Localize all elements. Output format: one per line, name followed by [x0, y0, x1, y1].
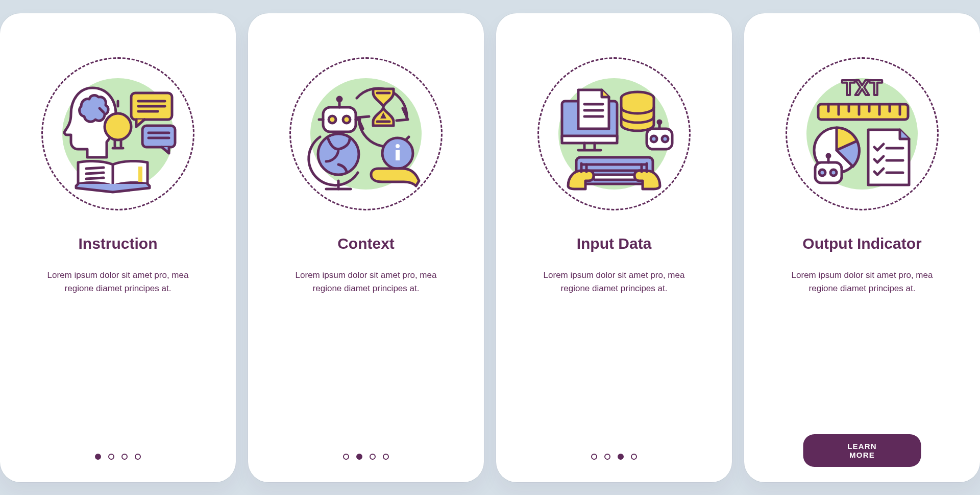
illustration: [289, 57, 443, 210]
dot[interactable]: [343, 454, 349, 460]
card-title: Context: [337, 235, 395, 252]
card-title: Instruction: [79, 235, 158, 252]
svg-text:TXT: TXT: [842, 76, 883, 100]
dot[interactable]: [604, 454, 610, 460]
svg-point-42: [662, 136, 668, 142]
dot[interactable]: [108, 454, 114, 460]
svg-rect-32: [562, 136, 617, 143]
svg-point-22: [329, 116, 336, 123]
svg-line-9: [86, 173, 104, 174]
pagination-dots: [248, 454, 484, 460]
svg-point-0: [105, 113, 131, 140]
card-description: Lorem ipsum dolor sit amet pro, mea regi…: [535, 269, 693, 296]
svg-line-10: [86, 178, 104, 179]
onboarding-card: Input Data Lorem ipsum dolor sit amet pr…: [496, 13, 732, 482]
svg-point-44: [658, 121, 661, 124]
card-description: Lorem ipsum dolor sit amet pro, mea regi…: [287, 269, 445, 296]
svg-point-41: [651, 136, 657, 142]
onboarding-carousel: Instruction Lorem ipsum dolor sit amet p…: [0, 0, 980, 495]
svg-line-8: [86, 168, 104, 169]
svg-rect-15: [142, 126, 175, 147]
onboarding-card: TXT: [744, 13, 980, 482]
learn-more-button[interactable]: LEARN MORE: [803, 434, 921, 467]
svg-rect-30: [396, 150, 400, 160]
illustration: TXT: [786, 57, 939, 210]
dot[interactable]: [383, 454, 389, 460]
svg-point-62: [830, 170, 837, 176]
instruction-icon: [41, 57, 194, 210]
svg-point-29: [396, 144, 400, 148]
card-description: Lorem ipsum dolor sit amet pro, mea regi…: [783, 269, 941, 296]
svg-rect-7: [138, 167, 142, 182]
dot[interactable]: [121, 454, 128, 460]
dot[interactable]: [356, 454, 362, 460]
output-indicator-icon: TXT: [786, 57, 939, 210]
svg-rect-50: [818, 104, 908, 120]
dot[interactable]: [618, 454, 624, 460]
dot[interactable]: [135, 454, 141, 460]
svg-point-25: [337, 97, 341, 101]
pagination-dots: [0, 454, 236, 460]
input-data-icon: [537, 57, 691, 210]
dot[interactable]: [631, 454, 637, 460]
svg-point-23: [343, 116, 350, 123]
dot[interactable]: [591, 454, 597, 460]
dot[interactable]: [95, 454, 101, 460]
svg-point-64: [827, 154, 830, 157]
card-title: Output Indicator: [802, 235, 921, 252]
pagination-dots: [496, 454, 732, 460]
svg-rect-48: [594, 175, 635, 180]
context-icon: [289, 57, 443, 210]
card-description: Lorem ipsum dolor sit amet pro, mea regi…: [39, 269, 197, 296]
dot[interactable]: [370, 454, 376, 460]
illustration: [537, 57, 691, 210]
onboarding-card: Context Lorem ipsum dolor sit amet pro, …: [248, 13, 484, 482]
illustration: [41, 57, 194, 210]
onboarding-card: Instruction Lorem ipsum dolor sit amet p…: [0, 13, 236, 482]
svg-point-61: [819, 170, 825, 176]
card-title: Input Data: [577, 235, 652, 252]
